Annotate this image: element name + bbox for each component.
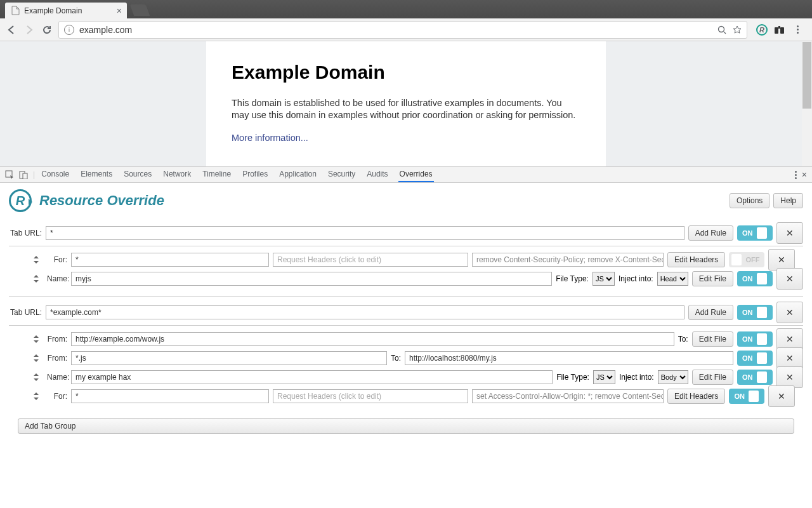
toggle-switch[interactable]: ON bbox=[737, 225, 773, 241]
toggle-switch[interactable]: ON bbox=[737, 351, 773, 366]
help-button[interactable]: Help bbox=[773, 193, 803, 208]
devtools-tab-console[interactable]: Console bbox=[40, 167, 70, 182]
scrollbar[interactable] bbox=[802, 41, 812, 166]
back-button[interactable] bbox=[5, 23, 18, 36]
toggle-switch[interactable]: ON bbox=[737, 370, 773, 385]
browser-tabbar: Example Domain × bbox=[0, 0, 812, 18]
devtools-tab-audits[interactable]: Audits bbox=[365, 167, 389, 182]
toggle-switch[interactable]: ON bbox=[737, 331, 773, 347]
close-icon: ✕ bbox=[774, 252, 789, 267]
devtools-tab-timeline[interactable]: Timeline bbox=[201, 167, 232, 182]
forward-button[interactable] bbox=[23, 23, 36, 36]
headers-summary: set Access-Control-Allow-Origin: *; remo… bbox=[472, 389, 664, 403]
devtools-tab-sources[interactable]: Sources bbox=[122, 167, 153, 182]
site-info-icon[interactable]: i bbox=[64, 25, 74, 35]
inject-into-select[interactable]: Head bbox=[657, 272, 688, 286]
browser-toolbar: i example.com R bbox=[0, 18, 812, 41]
for-label: For: bbox=[47, 255, 67, 264]
svg-point-0 bbox=[719, 26, 724, 32]
file-type-select[interactable]: JS bbox=[593, 370, 615, 384]
devtools-close-icon[interactable]: × bbox=[802, 170, 807, 180]
bookmark-star-icon[interactable] bbox=[733, 25, 742, 34]
new-tab-button[interactable] bbox=[130, 4, 150, 16]
devtools-tab-network[interactable]: Network bbox=[162, 167, 192, 182]
device-toggle-icon[interactable] bbox=[19, 170, 28, 179]
tab-group: Tab URL: Add Rule ON ✕ For: remove Conte… bbox=[9, 224, 803, 288]
name-input[interactable] bbox=[71, 272, 552, 286]
edit-file-button[interactable]: Edit File bbox=[692, 331, 733, 347]
file-type-select[interactable]: JS bbox=[593, 272, 615, 286]
more-info-link[interactable]: More information... bbox=[232, 133, 308, 143]
tab-title: Example Domain bbox=[24, 6, 82, 15]
page-paragraph: This domain is established to be used fo… bbox=[232, 97, 580, 121]
close-icon: ✕ bbox=[774, 389, 789, 404]
toggle-switch[interactable]: ON bbox=[729, 389, 764, 404]
name-label: Name: bbox=[47, 373, 67, 382]
add-tab-group-button[interactable]: Add Tab Group bbox=[18, 418, 794, 434]
tab-url-input[interactable] bbox=[46, 305, 684, 319]
drag-handle-icon[interactable] bbox=[32, 274, 41, 283]
delete-button[interactable]: ✕ bbox=[768, 385, 795, 407]
delete-button[interactable]: ✕ bbox=[776, 302, 803, 323]
delete-button[interactable]: ✕ bbox=[776, 347, 803, 369]
reload-button[interactable] bbox=[41, 23, 53, 36]
delete-button[interactable]: ✕ bbox=[768, 249, 795, 271]
devtools-tab-security[interactable]: Security bbox=[327, 167, 357, 182]
toggle-switch[interactable]: ON bbox=[737, 271, 773, 286]
zoom-icon[interactable] bbox=[717, 25, 726, 34]
rule-row: Name: File Type: JS Inject into: Body Ed… bbox=[9, 368, 803, 387]
for-input[interactable] bbox=[71, 389, 269, 403]
add-rule-button[interactable]: Add Rule bbox=[688, 305, 733, 320]
drag-handle-icon[interactable] bbox=[32, 373, 41, 382]
edit-headers-button[interactable]: Edit Headers bbox=[667, 252, 725, 267]
address-bar[interactable]: i example.com bbox=[58, 21, 747, 39]
edit-file-button[interactable]: Edit File bbox=[692, 271, 733, 286]
from-label: From: bbox=[47, 335, 67, 344]
devtools-menu-icon[interactable] bbox=[795, 171, 797, 179]
devtools-tab-overrides[interactable]: Overrides bbox=[398, 167, 434, 182]
from-label: From: bbox=[47, 354, 67, 363]
headers-summary: remove Content-Security-Policy; remove X… bbox=[472, 253, 664, 267]
file-type-label: File Type: bbox=[556, 373, 589, 382]
delete-button[interactable]: ✕ bbox=[776, 222, 803, 244]
from-input[interactable] bbox=[71, 332, 674, 346]
close-icon: ✕ bbox=[782, 225, 797, 241]
devtools-tab-elements[interactable]: Elements bbox=[79, 167, 114, 182]
inspect-icon[interactable] bbox=[5, 170, 14, 179]
svg-line-1 bbox=[724, 32, 726, 34]
resource-override-logo-icon: R bbox=[9, 189, 32, 212]
tab-url-input[interactable] bbox=[46, 226, 684, 240]
drag-handle-icon[interactable] bbox=[32, 354, 41, 363]
delete-button[interactable]: ✕ bbox=[776, 328, 803, 350]
inject-into-select[interactable]: Body bbox=[658, 370, 688, 384]
drag-handle-icon[interactable] bbox=[32, 255, 41, 264]
svg-rect-7 bbox=[23, 173, 27, 179]
extension-icon[interactable] bbox=[774, 24, 785, 36]
options-button[interactable]: Options bbox=[730, 193, 769, 208]
edit-headers-button[interactable]: Edit Headers bbox=[667, 389, 725, 404]
tab-url-label: Tab URL: bbox=[9, 229, 42, 237]
edit-file-button[interactable]: Edit File bbox=[692, 370, 733, 385]
tab-close-icon[interactable]: × bbox=[117, 6, 122, 16]
add-rule-button[interactable]: Add Rule bbox=[688, 225, 733, 241]
delete-button[interactable]: ✕ bbox=[776, 268, 803, 290]
file-type-label: File Type: bbox=[556, 274, 589, 283]
devtools-tab-profiles[interactable]: Profiles bbox=[241, 167, 269, 182]
request-headers-input[interactable] bbox=[273, 389, 468, 403]
for-input[interactable] bbox=[71, 253, 269, 267]
devtools-tab-application[interactable]: Application bbox=[278, 167, 318, 182]
to-input[interactable] bbox=[405, 351, 733, 365]
toggle-switch[interactable]: OFF bbox=[729, 252, 764, 267]
rule-row: From: To: ON ✕ bbox=[9, 349, 803, 368]
name-input[interactable] bbox=[71, 370, 553, 384]
toggle-switch[interactable]: ON bbox=[737, 305, 773, 320]
request-headers-input[interactable] bbox=[273, 253, 468, 267]
drag-handle-icon[interactable] bbox=[32, 392, 41, 401]
inject-into-label: Inject into: bbox=[619, 274, 653, 283]
browser-menu-icon[interactable] bbox=[792, 24, 803, 36]
from-input[interactable] bbox=[71, 351, 387, 365]
browser-tab[interactable]: Example Domain × bbox=[5, 3, 127, 18]
drag-handle-icon[interactable] bbox=[32, 335, 41, 344]
extension-resource-override-icon[interactable]: R bbox=[756, 24, 768, 36]
delete-button[interactable]: ✕ bbox=[776, 366, 803, 388]
